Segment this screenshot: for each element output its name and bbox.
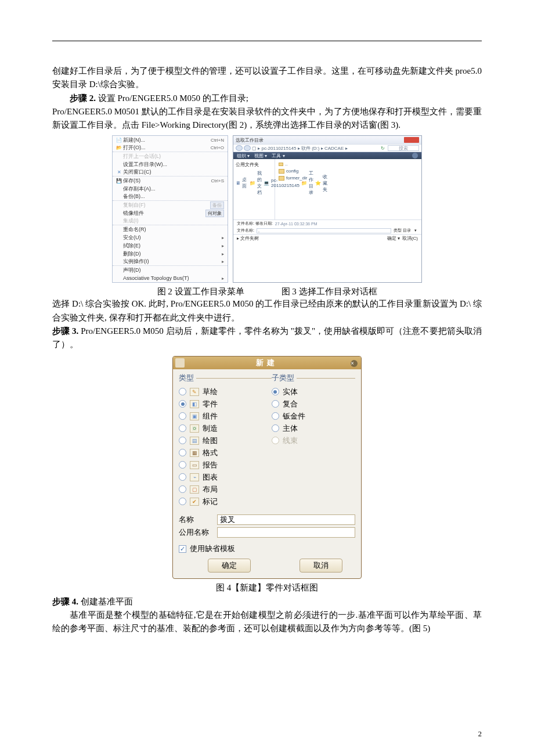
para-step4: 步骤 4. 创建基准平面 [52,595,482,609]
dlg-common-input[interactable] [217,527,355,538]
dlg-title: 新建 [256,358,278,368]
dlg-type-option[interactable]: ▣组件 [179,410,269,422]
radio-icon[interactable] [179,498,186,505]
dlg-ok-button[interactable]: 确定 [208,559,251,573]
menu-chip: 备份 [210,201,224,209]
step4-text: 创建基准平面 [81,597,133,606]
subtype-label: 线束 [283,435,298,446]
menu-item[interactable]: ✕关闭窗口(C) [113,168,228,177]
dlg-subtype-option[interactable]: 钣金件 [272,410,353,422]
fb-filename-label: 文件名称: [237,228,254,233]
back-icon[interactable] [236,145,243,151]
dlg-subtype-group: 子类型 实体复合钣金件主体线束 [272,373,355,510]
fb-side-item[interactable]: 📁我的文档 [250,170,262,196]
fb-toolbar: 组织 ▾视图 ▾工具 ▾ [233,152,421,159]
fb-file-item[interactable]: config [279,168,418,174]
menu-item[interactable]: 📂打开(O)...Ctrl+O [113,144,228,152]
caption-fig3: 图 3 选择工作目录对话框 [282,286,377,297]
type-label: 布局 [203,484,218,495]
radio-icon[interactable] [272,424,279,432]
para-step2: 步骤 2. 设置 Pro/ENGEER5.0 M050 的工作目录; [52,92,482,105]
radio-icon[interactable] [179,449,186,456]
subtype-label: 复合 [283,399,298,409]
figure-row-2-3: 📄新建(N)...Ctrl+N📂打开(O)...Ctrl+O打开上一会话(L)设… [52,135,482,283]
dlg-type-option[interactable]: ◧零件 [179,398,269,410]
dlg-common-row: 公用名称 [173,526,361,539]
radio-icon[interactable] [179,437,186,444]
fb-cancel-button[interactable]: 取消(C) [402,235,418,242]
dlg-type-option[interactable]: ▭报告 [179,459,269,471]
fb-folder-tree[interactable]: ▸ 文件夹树 [237,235,259,242]
menu-item[interactable]: 重命名(R) [113,225,228,233]
menu-item[interactable]: Associative Topology Bus(T)▸ [113,274,228,282]
folder-icon [279,176,284,181]
dlg-type-option[interactable]: ▦格式 [179,447,269,459]
dlg-type-group: 类型 ✎草绘◧零件▣组件⛭制造▤绘图▦格式▭报告⌁图表▢布局✔标记 [179,373,272,510]
subtype-label: 实体 [283,387,298,397]
dlg-type-option[interactable]: ⌁图表 [179,471,269,483]
radio-icon[interactable] [272,388,279,395]
dlg-type-option[interactable]: ✔标记 [179,495,269,507]
radio-icon[interactable] [272,412,279,420]
search-icon[interactable] [412,153,418,159]
menu-item[interactable]: 📄新建(N)...Ctrl+N [113,136,228,144]
menu-label: 复制自(F) [123,201,210,209]
folder-icon [279,163,283,166]
dlg-subtype-option[interactable]: 主体 [272,422,353,434]
radio-icon[interactable] [179,412,186,420]
dlg-type-option[interactable]: ⛭制造 [179,422,269,434]
fb-toolbar-item[interactable]: 组织 ▾ [237,153,250,159]
fb-filename-input[interactable] [257,228,391,233]
fb-titlebar: 选取工作目录 [233,136,421,144]
fb-path[interactable]: ▢ ▸ pc-20110215145 ▸ 软件 (D:) ▸ CADCAE ▸ [252,145,381,152]
radio-icon[interactable] [179,400,186,408]
menu-item[interactable]: 备份(B)... [113,193,228,201]
fb-ok-button[interactable]: 确定 ▾ [387,235,400,242]
dlg-type-option[interactable]: ✎草绘 [179,386,269,398]
dlg-template-checkbox[interactable]: ✓ [179,545,186,553]
menu-item[interactable]: 声明(D) [113,266,228,274]
place-icon: 💻 [264,181,269,186]
fb-file-item[interactable]: former_dir [279,175,418,181]
dlg-name-label: 名称 [179,514,211,525]
search-input[interactable]: 搜索 [388,145,419,151]
radio-icon[interactable] [179,473,186,481]
radio-icon[interactable] [179,461,186,469]
type-icon: ▭ [190,461,199,469]
menu-item[interactable]: 设置工作目录(W)... [113,160,228,168]
dlg-subtype-option[interactable]: 实体 [272,386,353,398]
menu-item[interactable]: 💾保存(S)Ctrl+S [113,177,228,185]
figure-3-file-browser: 选取工作目录 ▢ ▸ pc-20110215145 ▸ 软件 (D:) ▸ CA… [233,135,422,283]
type-label: 图表 [203,472,218,483]
dlg-name-input[interactable] [217,514,355,525]
refresh-icon[interactable]: ↻ [381,146,385,151]
dlg-subtype-option[interactable]: 复合 [272,398,353,410]
menu-item[interactable]: 安全(U)▸ [113,233,228,242]
radio-icon[interactable] [179,424,186,432]
fb-toolbar-item[interactable]: 工具 ▾ [272,153,284,159]
dlg-type-option[interactable]: ▢布局 [179,483,269,495]
menu-item[interactable]: 保存副本(A)... [113,185,228,193]
radio-icon[interactable] [272,400,279,408]
menu-item[interactable]: 删除(D)▸ [113,250,228,258]
dlg-type-option[interactable]: ▤绘图 [179,434,269,447]
close-icon[interactable] [404,137,419,143]
dlg-cancel-button[interactable]: 取消 [300,559,342,573]
type-label: 绘图 [203,435,218,446]
forward-icon[interactable] [244,145,251,151]
menu-item[interactable]: 镜像组件何对象 [113,209,228,217]
fb-side-item[interactable]: 🖥桌面 [236,176,248,190]
menu-label: 镜像组件 [123,210,205,217]
menu-label: 声明(D) [123,267,224,274]
radio-icon[interactable] [179,485,186,493]
type-label: 组件 [203,411,218,422]
fb-toolbar-item[interactable]: 视图 ▾ [254,153,267,159]
menu-item[interactable]: 拭除(E)▸ [113,242,228,250]
menu-label: 设置工作目录(W)... [123,161,224,168]
menu-item[interactable]: 实例操作(I)▸ [113,258,228,266]
document-page: 创建好工作目录后，为了便于模型文件的管理，还可以设置子工作目录。这里，在可移动盘… [0,0,534,756]
close-icon[interactable]: × [351,360,358,367]
radio-icon[interactable] [179,388,186,395]
fb-up-folder[interactable]: .. [279,161,418,167]
para-step3: 步骤 3. Pro/ENGEER5.0 M050 启动后，新建零件，零件名称为 … [52,325,482,352]
